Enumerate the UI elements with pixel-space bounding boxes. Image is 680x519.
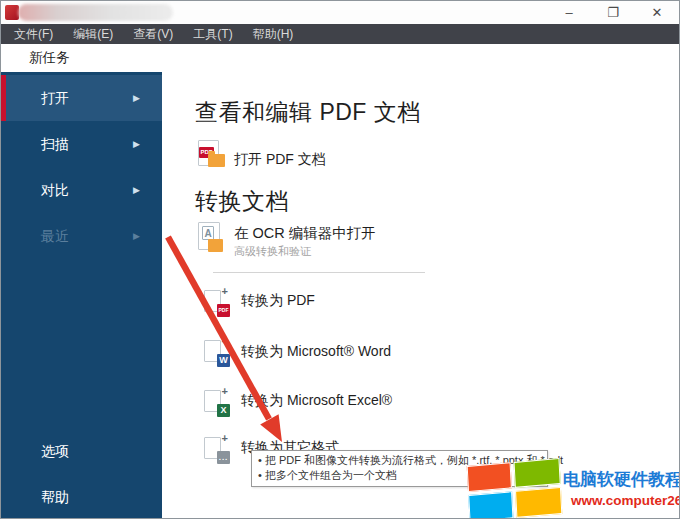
section-title-view-edit: 查看和编辑 PDF 文档 [195,97,421,128]
open-pdf-document-icon: PDF [198,140,228,172]
sidebar-item-recent[interactable]: 最近 ▶ [1,213,162,259]
plus-icon: + [222,335,228,347]
convert-to-word-link[interactable]: 转换为 Microsoft® Word [241,343,391,361]
menubar: 文件(F) 编辑(E) 查看(V) 工具(T) 帮助(H) [1,24,679,44]
sidebar-item-open[interactable]: 打开 ▶ [1,75,162,121]
menu-tools[interactable]: 工具(T) [183,24,242,44]
ocr-letter: A [202,226,214,240]
sidebar-item-label: 对比 [41,182,69,198]
flag-green [514,458,561,488]
ocr-editor-subtitle: 高级转换和验证 [234,244,311,259]
app-icon [5,5,19,20]
sidebar-item-label: 打开 [41,90,69,106]
minimize-button[interactable]: – [547,1,591,24]
ocr-editor-icon: A [198,222,228,256]
plus-icon: + [222,432,228,444]
sidebar-item-label: 扫描 [41,136,69,152]
watermark-site-name: 电脑软硬件教程网 [563,468,680,491]
menu-file[interactable]: 文件(F) [4,24,63,44]
sidebar-item-label: 选项 [41,443,69,459]
windows-flag-logo [467,458,563,519]
watermark: 电脑软硬件教程网 www.computer26.com [468,460,680,519]
divider [213,272,425,273]
pdf-badge: PDF [217,304,230,317]
open-pdf-document-link[interactable]: 打开 PDF 文档 [234,151,326,169]
close-button[interactable]: ✕ [635,1,679,24]
plus-icon: + [222,285,228,297]
tab-new-task[interactable]: 新任务 [29,49,70,67]
flag-blue [468,491,513,519]
chevron-right-icon: ▶ [133,167,140,213]
sidebar-item-label: 帮助 [41,489,69,505]
window-controls: – ❐ ✕ [547,1,679,24]
menu-view[interactable]: 查看(V) [123,24,183,44]
convert-to-pdf-link[interactable]: 转换为 PDF [241,292,315,310]
menu-edit[interactable]: 编辑(E) [63,24,123,44]
app-window: – ❐ ✕ 文件(F) 编辑(E) 查看(V) 工具(T) 帮助(H) 新任务 … [0,0,680,519]
plus-icon: + [222,385,228,397]
sidebar-item-scan[interactable]: 扫描 ▶ [1,121,162,167]
watermark-text: 电脑软硬件教程网 www.computer26.com [563,468,680,519]
maximize-button[interactable]: ❐ [591,1,635,24]
chevron-right-icon: ▶ [133,121,140,167]
convert-to-excel-link[interactable]: 转换为 Microsoft Excel® [241,392,392,410]
convert-to-pdf-icon: + PDF [204,288,225,314]
sidebar-item-options[interactable]: 选项 [1,428,162,474]
convert-to-excel-icon: + X [204,388,225,414]
sidebar-item-help[interactable]: 帮助 [1,474,162,519]
sidebar-item-compare[interactable]: 对比 ▶ [1,167,162,213]
tabbar: 新任务 [1,44,679,72]
menu-help[interactable]: 帮助(H) [243,24,304,44]
flag-orange [467,462,512,492]
chevron-right-icon: ▶ [133,75,140,121]
open-in-ocr-editor-link[interactable]: 在 OCR 编辑器中打开 [234,224,376,243]
convert-to-word-icon: + W [204,338,225,364]
flag-yellow [515,487,562,518]
watermark-site-url: www.computer26.com [571,493,680,508]
excel-badge: X [217,404,230,417]
redacted-title [18,4,173,21]
word-badge: W [217,354,230,367]
sidebar: 打开 ▶ 扫描 ▶ 对比 ▶ 最近 ▶ 选项 帮助 [1,72,162,519]
sidebar-item-label: 最近 [41,228,69,244]
main-content: 查看和编辑 PDF 文档 PDF 打开 PDF 文档 转换文档 A 在 OCR … [162,72,679,518]
titlebar: – ❐ ✕ [1,1,679,24]
convert-to-other-icon: + ... [204,435,225,461]
section-title-convert: 转换文档 [195,186,289,217]
folder-icon [208,239,223,252]
folder-icon [208,154,225,167]
chevron-right-icon: ▶ [133,213,140,259]
other-formats-badge: ... [217,451,230,464]
